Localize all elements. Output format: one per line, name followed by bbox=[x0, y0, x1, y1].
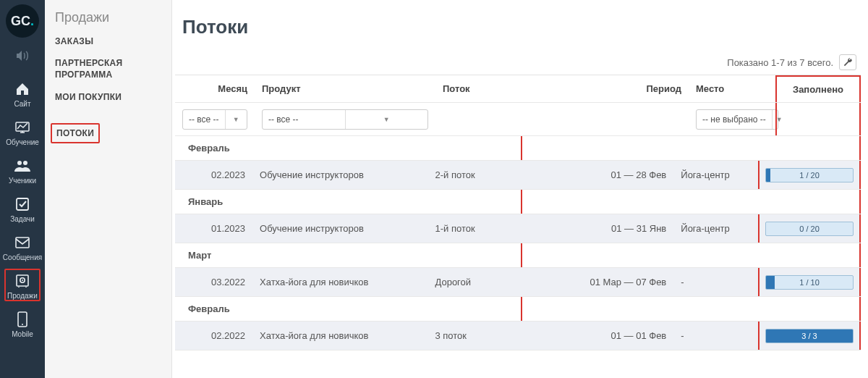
month-group-row: Февраль bbox=[175, 136, 861, 161]
sound-icon bbox=[13, 46, 32, 65]
table-header: Месяц Продукт Поток Период Место Заполне… bbox=[175, 75, 861, 103]
subnav-item-orders[interactable]: ЗАКАЗЫ bbox=[55, 35, 161, 47]
cell-stream: 1-й поток bbox=[427, 217, 568, 240]
month-group-row: Февраль bbox=[175, 297, 861, 322]
cell-period: 01 — 28 Фев bbox=[569, 164, 674, 186]
subnav-title: Продажи bbox=[55, 10, 161, 25]
rail-item-mobile[interactable]: Mobile bbox=[0, 304, 45, 343]
progress-bar: 3 / 3 bbox=[765, 329, 854, 343]
rail-label: Сайт bbox=[14, 100, 30, 108]
users-icon bbox=[13, 156, 32, 175]
rail-label: Продажи bbox=[7, 292, 38, 300]
table-row[interactable]: 02.2022Хатха-йога для новичков3 поток01 … bbox=[175, 322, 861, 350]
cell-place: - bbox=[673, 271, 758, 293]
safe-icon bbox=[13, 272, 32, 290]
logo[interactable]: GC. bbox=[6, 4, 39, 38]
cell-place: Йога-центр bbox=[673, 217, 758, 240]
streams-table: Месяц Продукт Поток Период Место Заполне… bbox=[175, 75, 861, 350]
check-icon bbox=[13, 195, 32, 214]
cell-period: 01 — 01 Фев bbox=[569, 324, 674, 347]
cell-stream: 2-й поток bbox=[427, 164, 568, 186]
progress-bar: 0 / 20 bbox=[765, 222, 854, 236]
rail-item-students[interactable]: Ученики bbox=[0, 151, 45, 189]
month-group-label: Март bbox=[175, 244, 521, 266]
subnav: Продажи ЗАКАЗЫ ПАРТНЕРСКАЯ ПРОГРАММА МОИ… bbox=[45, 0, 172, 378]
progress-label: 1 / 20 bbox=[766, 169, 853, 182]
rail-label: Сообщения bbox=[3, 253, 42, 261]
cell-month: 03.2022 bbox=[175, 271, 252, 293]
table-filters: -- все -- ▼ -- все -- ▼ -- не выбрано --… bbox=[175, 103, 861, 136]
logo-text: GC bbox=[11, 14, 30, 29]
wrench-icon bbox=[843, 57, 853, 67]
filter-month-value: -- все -- bbox=[183, 114, 225, 125]
subnav-item-streams[interactable]: ПОТОКИ bbox=[51, 123, 100, 143]
nav-rail: GC. Сайт Обучение Ученики Задачи Соо bbox=[0, 0, 45, 378]
cell-product: Обучение инструкторов bbox=[252, 217, 427, 240]
subnav-item-mybuys[interactable]: МОИ ПОКУПКИ bbox=[55, 91, 161, 103]
month-group-label: Февраль bbox=[175, 137, 521, 159]
home-icon bbox=[13, 80, 32, 98]
col-place: Место bbox=[689, 77, 775, 100]
month-group-row: Март bbox=[175, 243, 861, 268]
cell-product: Хатха-йога для новичков bbox=[252, 324, 427, 347]
mobile-icon bbox=[13, 310, 32, 329]
svg-rect-0 bbox=[21, 91, 24, 95]
logo-dot: . bbox=[30, 14, 34, 29]
cell-period: 01 Мар — 07 Фев bbox=[569, 271, 674, 293]
rail-item-messages[interactable]: Сообщения bbox=[0, 227, 45, 266]
settings-button[interactable] bbox=[839, 54, 856, 70]
cell-period: 01 — 31 Янв bbox=[569, 217, 674, 240]
filter-place[interactable]: -- не выбрано -- ▼ bbox=[696, 109, 778, 130]
progress-label: 0 / 20 bbox=[766, 222, 853, 235]
cell-month: 01.2023 bbox=[175, 217, 252, 240]
page-title: Потоки bbox=[182, 16, 861, 38]
svg-point-8 bbox=[22, 280, 23, 281]
filter-product-value: -- все -- bbox=[263, 114, 345, 125]
main: Потоки Показано 1-7 из 7 всего. Месяц Пр… bbox=[172, 0, 868, 378]
col-stream: Поток bbox=[435, 77, 580, 100]
chart-icon bbox=[13, 118, 32, 137]
filter-month[interactable]: -- все -- ▼ bbox=[182, 109, 247, 130]
cell-product: Обучение инструкторов bbox=[252, 164, 427, 186]
chevron-down-icon: ▼ bbox=[345, 110, 428, 129]
col-product: Продукт bbox=[255, 77, 435, 100]
subnav-item-partner[interactable]: ПАРТНЕРСКАЯ ПРОГРАММА bbox=[55, 57, 161, 80]
progress-bar: 1 / 20 bbox=[765, 168, 854, 182]
rail-item-tasks[interactable]: Задачи bbox=[0, 189, 45, 227]
cell-product: Хатха-йога для новичков bbox=[252, 271, 427, 293]
col-month: Месяц bbox=[175, 77, 255, 100]
mail-icon bbox=[13, 233, 32, 252]
rail-label: Задачи bbox=[10, 215, 35, 223]
svg-point-10 bbox=[22, 324, 23, 325]
summary-text: Показано 1-7 из 7 всего. bbox=[727, 57, 833, 68]
svg-rect-6 bbox=[17, 275, 28, 286]
cell-month: 02.2022 bbox=[175, 324, 252, 347]
rail-item-learn[interactable]: Обучение bbox=[0, 112, 45, 151]
rail-label: Обучение bbox=[6, 138, 39, 146]
month-group-label: Январь bbox=[175, 190, 521, 213]
table-row[interactable]: 02.2023Обучение инструкторов2-й поток01 … bbox=[175, 161, 861, 190]
col-period: Период bbox=[580, 77, 689, 100]
cell-place: - bbox=[673, 324, 758, 347]
rail-item-sound[interactable] bbox=[0, 39, 45, 74]
rail-label: Ученики bbox=[9, 177, 36, 185]
svg-point-7 bbox=[20, 278, 25, 282]
svg-rect-5 bbox=[16, 238, 29, 248]
cell-month: 02.2023 bbox=[175, 164, 252, 186]
cell-place: Йога-центр bbox=[673, 164, 758, 186]
progress-bar: 1 / 10 bbox=[765, 275, 854, 290]
svg-point-3 bbox=[23, 161, 27, 165]
progress-label: 1 / 10 bbox=[766, 276, 853, 289]
svg-rect-4 bbox=[17, 198, 28, 210]
col-fill: Заполнено bbox=[793, 84, 843, 95]
month-group-row: Январь bbox=[175, 190, 861, 214]
filter-product[interactable]: -- все -- ▼ bbox=[262, 109, 428, 130]
rail-item-sales[interactable]: Продажи bbox=[0, 266, 45, 304]
chevron-down-icon: ▼ bbox=[225, 110, 247, 129]
month-group-label: Февраль bbox=[175, 298, 521, 320]
cell-stream: Дорогой bbox=[427, 271, 568, 293]
table-row[interactable]: 03.2022Хатха-йога для новичковДорогой01 … bbox=[175, 268, 861, 297]
rail-item-site[interactable]: Сайт bbox=[0, 74, 45, 112]
table-row[interactable]: 01.2023Обучение инструкторов1-й поток01 … bbox=[175, 214, 861, 243]
cell-stream: 3 поток bbox=[427, 324, 568, 347]
